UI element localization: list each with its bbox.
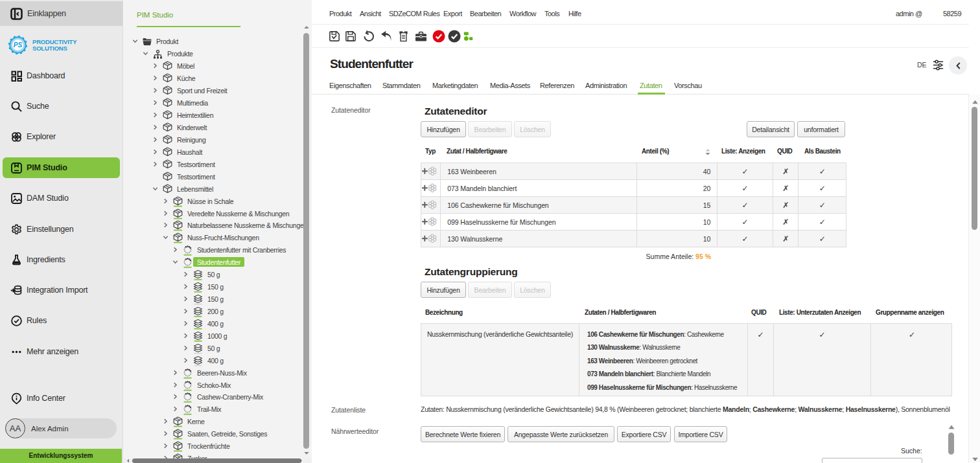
svg-text:PS: PS bbox=[14, 41, 23, 49]
